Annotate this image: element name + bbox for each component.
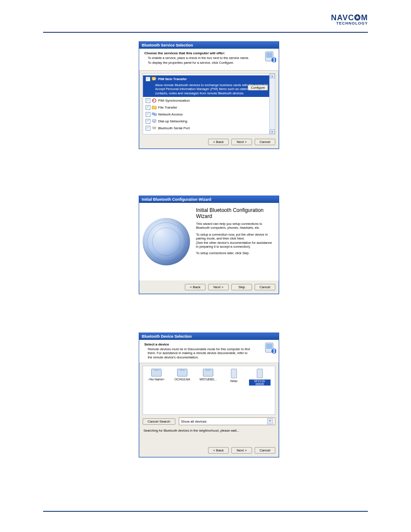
checkbox-icon[interactable]: ✓: [146, 112, 150, 117]
pda-icon: [257, 369, 263, 378]
checkbox-icon[interactable]: ✓: [146, 98, 150, 103]
back-button[interactable]: < Back: [185, 284, 206, 290]
svg-rect-9: [266, 344, 272, 349]
device-filter-row: Cancel Search Show all devices ▾: [143, 417, 275, 425]
scroll-up-icon[interactable]: ▴: [270, 74, 275, 78]
device-label: SF2110-00020: [249, 380, 271, 386]
checkbox-icon[interactable]: ✓: [146, 126, 150, 131]
bluetooth-service-selection-dialog: Bluetooth Service Selection Choose the s…: [139, 41, 279, 149]
computer-icon: [203, 369, 213, 376]
wizard-sidebar-image: [139, 203, 193, 280]
service-label: Dial-up Networking: [158, 119, 187, 123]
service-label: Bluetooth Serial Port: [158, 126, 190, 130]
dialog-button-row: < Back Next > Skip Cancel: [139, 280, 279, 294]
device-item[interactable]: Nirav: [223, 369, 245, 412]
svg-point-7: [154, 122, 155, 123]
bluetooth-device-selection-dialog: Bluetooth Device Selection Select a devi…: [139, 333, 279, 457]
wizard-paragraph-1: This wizard can help you setup connectio…: [196, 222, 274, 230]
svg-rect-5: [154, 114, 156, 115]
dialog-body: Initial Bluetooth Configuration Wizard T…: [139, 203, 279, 280]
bluetooth-icon: [265, 342, 276, 355]
device-label: Nirav: [230, 380, 237, 383]
wizard-text-panel: Initial Bluetooth Configuration Wizard T…: [193, 203, 279, 280]
dialog-button-row: < Back Next > Cancel: [139, 444, 279, 457]
wizard-paragraph-2: To setup a connection now, put the other…: [196, 233, 274, 249]
dialog-subtext: Remote devices must be in Discoverable m…: [148, 347, 251, 359]
dialog-subtext-1: To enable a service, place a check in th…: [148, 56, 251, 60]
next-button[interactable]: Next >: [208, 284, 229, 290]
checkbox-icon[interactable]: ✓: [146, 77, 150, 81]
scrollbar[interactable]: ▴ ▾: [269, 74, 275, 134]
pim-transfer-icon: [152, 76, 157, 81]
folder-icon: [152, 105, 157, 110]
checkbox-icon[interactable]: ✓: [146, 119, 150, 124]
device-item[interactable]: MSTUEBS...: [197, 369, 219, 412]
computer-icon: [151, 369, 162, 376]
service-list: ✓ PIM Item Transfer Allow remote Bluetoo…: [143, 73, 275, 134]
cancel-button[interactable]: Cancel: [255, 139, 275, 145]
brand-logo-main: NAVC✪M: [331, 15, 368, 21]
chevron-down-icon[interactable]: ▾: [267, 418, 273, 424]
computer-icon: [177, 369, 187, 376]
footer-rule: [43, 511, 368, 512]
device-label: <No Name>: [148, 378, 165, 381]
cancel-search-button[interactable]: Cancel Search: [143, 418, 175, 425]
svg-rect-6: [153, 120, 156, 122]
service-row-pim-item-transfer[interactable]: ✓ PIM Item Transfer: [143, 75, 275, 82]
dialog-subtext-2: To display the properties panel for a se…: [148, 61, 251, 65]
device-filter-value: Show all devices: [181, 420, 207, 423]
svg-rect-1: [266, 53, 272, 58]
next-button[interactable]: Next >: [231, 139, 252, 145]
globe-icon: [143, 218, 190, 265]
skip-button[interactable]: Skip: [231, 284, 252, 290]
service-row-network-access[interactable]: ✓ Network Access: [143, 111, 275, 118]
configure-button[interactable]: Configure: [248, 85, 268, 90]
cancel-button[interactable]: Cancel: [255, 447, 275, 454]
brand-logo: NAVC✪M TECHNOLOGY: [331, 15, 368, 25]
service-row-pim-sync[interactable]: ✓ PIM Synchronization: [143, 97, 275, 104]
cancel-button[interactable]: Cancel: [255, 284, 275, 290]
service-description: Allow remote Bluetooth devices to exchan…: [143, 82, 275, 97]
dialog-titlebar[interactable]: Bluetooth Service Selection: [139, 42, 279, 49]
device-filter-select[interactable]: Show all devices ▾: [179, 417, 275, 425]
dialog-titlebar[interactable]: Bluetooth Device Selection: [139, 333, 279, 340]
checkbox-icon[interactable]: ✓: [146, 105, 150, 110]
service-label: PIM Item Transfer: [158, 77, 187, 81]
bluetooth-icon: [265, 50, 276, 64]
device-item[interactable]: OCHIULNA: [171, 369, 193, 412]
next-button[interactable]: Next >: [231, 447, 252, 454]
network-icon: [152, 112, 157, 117]
initial-bluetooth-config-wizard-dialog: Initial Bluetooth Configuration Wizard I…: [139, 196, 279, 294]
svg-rect-4: [152, 113, 154, 115]
dialog-header: Choose the services that this computer w…: [139, 49, 279, 71]
dialog-titlebar[interactable]: Initial Bluetooth Configuration Wizard: [139, 196, 279, 203]
scroll-down-icon[interactable]: ▾: [270, 129, 275, 134]
service-row-dialup[interactable]: ✓ Dial-up Networking: [143, 118, 275, 124]
back-button[interactable]: < Back: [208, 139, 229, 145]
wizard-heading: Initial Bluetooth Configuration Wizard: [196, 207, 274, 219]
dialup-icon: [152, 118, 157, 124]
device-item[interactable]: <No Name>: [146, 369, 167, 412]
header-rule: [43, 32, 368, 33]
dialog-header: Select a device Remote devices must be i…: [139, 340, 279, 363]
serial-port-icon: [152, 125, 157, 131]
device-list: <No Name> OCHIULNA MSTUEBS... Nirav SF21…: [143, 366, 275, 415]
search-status: Searching for Bluetooth devices in the n…: [139, 425, 279, 432]
device-item-selected[interactable]: SF2110-00020: [249, 369, 271, 412]
back-button[interactable]: < Back: [208, 447, 229, 454]
pda-icon: [231, 369, 237, 378]
service-label: File Transfer: [158, 106, 177, 109]
pim-sync-icon: [152, 98, 157, 103]
device-label: OCHIULNA: [174, 378, 190, 381]
device-label: MSTUEBS...: [199, 378, 217, 381]
dialog-heading: Choose the services that this computer w…: [144, 51, 275, 55]
service-row-file-transfer[interactable]: ✓ File Transfer: [143, 104, 275, 111]
brand-logo-sub: TECHNOLOGY: [331, 21, 368, 25]
service-label: Network Access: [158, 112, 183, 116]
dialog-heading: Select a device: [144, 342, 275, 346]
service-row-serial-port[interactable]: ✓ Bluetooth Serial Port: [143, 124, 275, 131]
dialog-button-row: < Back Next > Cancel: [139, 135, 279, 149]
service-label: PIM Synchronization: [158, 99, 190, 103]
wizard-paragraph-3: To setup connections later, click Skip.: [196, 251, 274, 255]
